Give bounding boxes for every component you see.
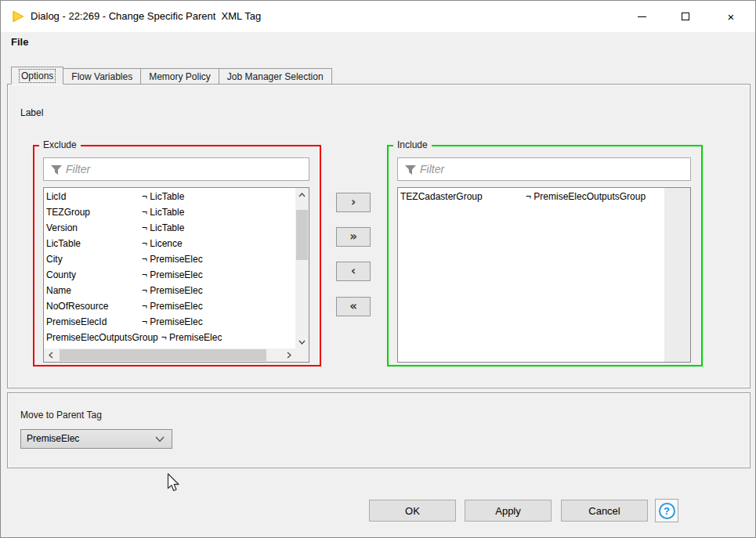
exclude-list-item[interactable]: LicTable ¬ Licence [44, 236, 295, 251]
tab-memory-policy[interactable]: Memory Policy [140, 68, 219, 85]
item-parent-tag: ¬ PremiseElecOutputsGroup [526, 189, 646, 204]
close-button[interactable]: × [713, 1, 749, 32]
item-name: LicId [46, 189, 142, 204]
dialog-window: Dialog - 22:269 - Change Specific Parent… [0, 0, 756, 538]
ok-button[interactable]: OK [369, 500, 456, 522]
move-to-parent-label: Move to Parent Tag [20, 410, 102, 421]
help-button[interactable]: ? [655, 499, 678, 522]
item-parent-tag: ¬ LicTable [142, 189, 184, 204]
chevron-down-icon [155, 436, 165, 442]
options-tab-panel: Label Exclude LicId ¬ LicTable [7, 84, 751, 388]
item-name: NoOfResource [46, 298, 142, 314]
exclude-list-item[interactable]: LicId ¬ LicTable [44, 189, 295, 204]
horizontal-scrollbar[interactable] [44, 348, 295, 362]
include-filter-input[interactable] [420, 159, 689, 179]
minimize-icon [638, 16, 646, 17]
menu-file[interactable]: File [7, 34, 32, 49]
item-name: Name [46, 283, 142, 298]
maximize-button[interactable] [667, 1, 704, 32]
scroll-left-icon[interactable] [44, 348, 57, 362]
filter-funnel-icon [50, 164, 63, 175]
exclude-list-item[interactable]: PremiseElecId ¬ PremiseElec [44, 314, 295, 330]
item-parent-tag: ¬ PremiseElec [142, 298, 203, 314]
item-parent-tag: ¬ PremiseElec [142, 314, 203, 330]
exclude-list-item[interactable]: City ¬ PremiseElec [44, 251, 295, 267]
knime-app-icon [11, 9, 25, 23]
tab-job-manager-selection[interactable]: Job Manager Selection [219, 68, 332, 85]
exclude-list-item[interactable]: PremiseElecOutputsGroup ¬ PremiseElec [44, 330, 295, 345]
window-title: Dialog - 22:269 - Change Specific Parent… [31, 1, 261, 32]
vertical-scrollbar-thumb[interactable] [296, 210, 308, 260]
horizontal-scrollbar-thumb[interactable] [60, 349, 266, 361]
item-parent-tag: ¬ PremiseElec [161, 330, 222, 345]
mouse-cursor [167, 473, 181, 493]
scroll-up-icon[interactable] [295, 188, 309, 201]
item-name: TEZCadasterGroup [400, 189, 526, 204]
exclude-list-item[interactable]: Version ¬ LicTable [44, 220, 295, 236]
item-name: TEZGroup [46, 204, 142, 220]
exclude-filter-input[interactable] [66, 159, 307, 179]
minimize-button[interactable] [624, 1, 660, 32]
exclude-group-title: Exclude [39, 140, 81, 150]
exclude-list-item[interactable]: TEZGroup ¬ LicTable [44, 204, 295, 220]
scroll-right-icon[interactable] [282, 348, 295, 362]
include-list[interactable]: TEZCadasterGroup ¬ PremiseElecOutputsGro… [397, 187, 691, 363]
move-all-to-exclude-button[interactable]: « [336, 297, 371, 316]
tab-flow-variables[interactable]: Flow Variables [63, 68, 141, 85]
move-to-parent-panel: Move to Parent Tag PremiseElec [7, 392, 751, 468]
item-name: Version [46, 220, 142, 236]
exclude-group: Exclude LicId ¬ LicTable [33, 140, 321, 366]
move-to-include-button[interactable]: › [336, 193, 371, 212]
item-parent-tag: ¬ LicTable [142, 204, 184, 220]
item-parent-tag: ¬ LicTable [142, 220, 184, 236]
item-parent-tag: ¬ PremiseElec [142, 283, 203, 298]
exclude-rows: LicId ¬ LicTable TEZGroup ¬ LicTable Ver… [44, 189, 295, 345]
move-to-exclude-button[interactable]: ‹ [336, 262, 371, 281]
item-name: County [46, 267, 142, 283]
help-question-icon: ? [659, 503, 675, 519]
exclude-list-item[interactable]: Name ¬ PremiseElec [44, 283, 295, 298]
item-name: PremiseElecOutputsGroup [46, 330, 161, 345]
tab-options[interactable]: Options [11, 67, 63, 85]
include-filter-field [397, 157, 691, 181]
item-name: City [46, 251, 142, 267]
exclude-list[interactable]: LicId ¬ LicTable TEZGroup ¬ LicTable Ver… [43, 187, 309, 363]
scrollbar-corner [295, 348, 309, 362]
menu-bar: File [1, 32, 755, 52]
include-group-title: Include [393, 140, 432, 150]
apply-button[interactable]: Apply [465, 500, 552, 522]
item-name: LicTable [46, 236, 142, 251]
title-bar: Dialog - 22:269 - Change Specific Parent… [1, 1, 755, 32]
cancel-button[interactable]: Cancel [561, 500, 648, 522]
include-list-item[interactable]: TEZCadasterGroup ¬ PremiseElecOutputsGro… [398, 189, 664, 204]
move-all-to-include-button[interactable]: » [336, 227, 371, 247]
item-name: PremiseElecId [46, 314, 142, 330]
item-parent-tag: ¬ PremiseElec [142, 251, 203, 267]
close-icon: × [728, 11, 735, 23]
scrollbar-track-area [664, 188, 690, 362]
exclude-filter-field [43, 157, 309, 181]
filter-funnel-icon [404, 164, 417, 175]
exclude-list-item[interactable]: County ¬ PremiseElec [44, 267, 295, 283]
section-label: Label [20, 107, 43, 118]
tab-strip: Options Flow Variables Memory Policy Job… [11, 67, 332, 85]
item-parent-tag: ¬ PremiseElec [142, 267, 203, 283]
item-parent-tag: ¬ Licence [142, 236, 183, 251]
include-rows: TEZCadasterGroup ¬ PremiseElecOutputsGro… [398, 189, 664, 204]
scroll-down-icon[interactable] [295, 335, 309, 348]
exclude-list-item[interactable]: NoOfResource ¬ PremiseElec [44, 298, 295, 314]
parent-tag-selected-value: PremiseElec [27, 430, 79, 448]
parent-tag-dropdown[interactable]: PremiseElec [20, 429, 172, 449]
include-group: Include TEZCadasterGroup ¬ PremiseElecOu… [387, 140, 703, 366]
vertical-scrollbar[interactable] [295, 188, 309, 348]
maximize-icon [682, 13, 689, 20]
